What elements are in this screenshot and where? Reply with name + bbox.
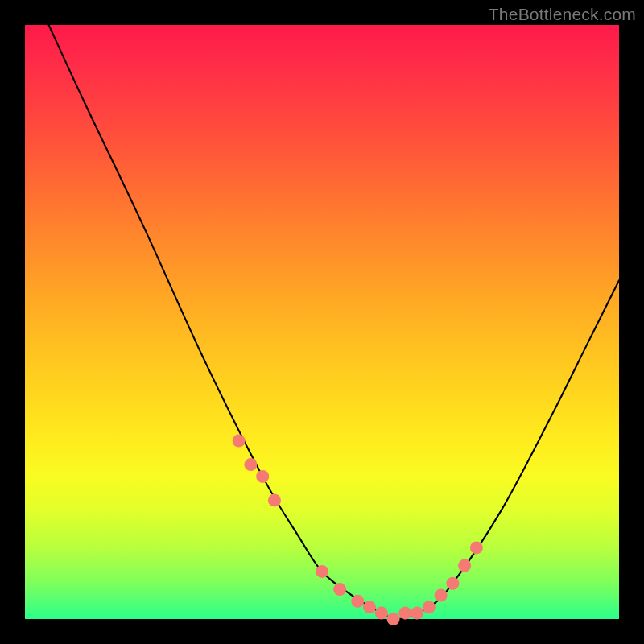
marker-dot	[435, 588, 448, 601]
marker-dot	[233, 435, 246, 448]
marker-dot	[398, 607, 411, 620]
chart-stage: TheBottleneck.com	[0, 0, 644, 644]
marker-dot	[363, 601, 376, 613]
watermark-text: TheBottleneck.com	[489, 5, 636, 24]
marker-dot	[423, 601, 436, 613]
marker-dot	[470, 541, 483, 554]
curve-layer	[25, 25, 619, 619]
marker-group	[233, 435, 483, 625]
marker-dot	[316, 565, 328, 578]
marker-dot	[333, 583, 346, 596]
marker-dot	[256, 470, 269, 483]
marker-dot	[375, 607, 388, 620]
marker-dot	[458, 559, 471, 572]
marker-dot	[387, 613, 400, 625]
marker-dot	[268, 493, 281, 506]
marker-dot	[411, 607, 423, 620]
plot-area	[25, 25, 619, 619]
marker-dot	[351, 595, 364, 608]
bottleneck-curve	[49, 25, 619, 619]
marker-dot	[446, 577, 459, 590]
marker-dot	[244, 458, 257, 471]
